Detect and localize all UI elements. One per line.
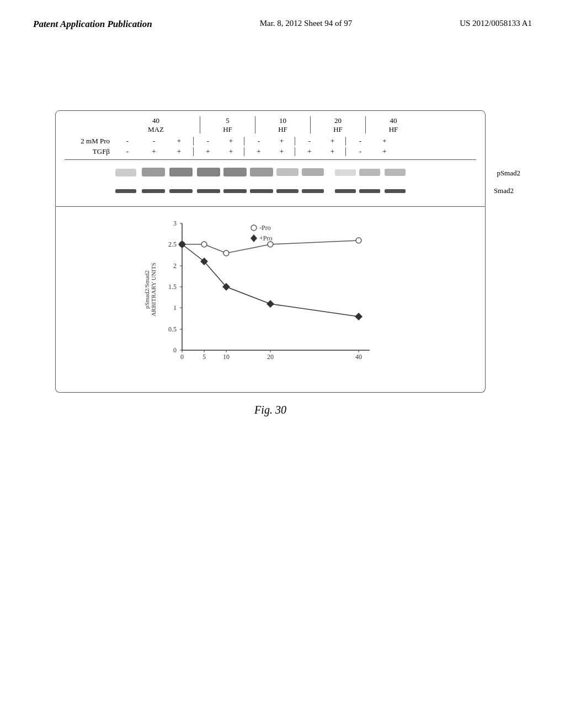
svg-rect-0 [115, 169, 136, 176]
pro-point-20 [266, 300, 274, 308]
western-blot-section: 40MAZ 5HF 10HF 20HF 40HF 2 mM Pro - - [55, 110, 486, 207]
pro-point-0 [178, 240, 186, 248]
svg-rect-12 [142, 189, 165, 193]
graph-section: 0 0.5 1 1.5 2 2.5 3 0 [55, 207, 486, 393]
nopro-point-20 [268, 242, 273, 247]
psmad2-band-row: pSmad2 [65, 165, 476, 181]
nopro-point-5 [201, 242, 207, 247]
chart-container: 0 0.5 1 1.5 2 2.5 3 0 [67, 218, 474, 383]
svg-rect-21 [385, 189, 406, 193]
svg-text:40: 40 [355, 353, 362, 361]
svg-rect-13 [169, 189, 193, 193]
svg-text:2: 2 [173, 262, 177, 270]
svg-text:0: 0 [173, 346, 177, 354]
svg-rect-19 [335, 189, 356, 193]
smad2-label: Smad2 [494, 186, 514, 195]
line-chart: 0 0.5 1 1.5 2 2.5 3 0 [138, 218, 403, 383]
legend-nopro-symbol [251, 225, 257, 231]
svg-rect-17 [276, 189, 299, 193]
svg-rect-5 [250, 168, 273, 176]
tgf-row: TGFβ - + + + + + + + + - + [65, 147, 476, 160]
pro-row: 2 mM Pro - - + - + - + - + - + [65, 137, 476, 146]
svg-rect-9 [359, 169, 380, 176]
svg-rect-15 [223, 189, 247, 193]
svg-text:0: 0 [180, 353, 184, 361]
svg-rect-14 [197, 189, 220, 193]
svg-text:ARBITRARY UNITS: ARBITRARY UNITS [150, 263, 157, 317]
svg-rect-16 [250, 189, 273, 193]
svg-rect-1 [142, 168, 165, 176]
svg-rect-20 [359, 189, 380, 193]
col-header-20hf: 20HF [333, 116, 343, 133]
svg-rect-4 [223, 168, 247, 176]
col-header-10hf: 10HF [278, 116, 287, 133]
smad2-bands-svg [114, 185, 434, 196]
svg-text:10: 10 [223, 353, 230, 361]
svg-rect-6 [276, 168, 299, 176]
svg-rect-3 [197, 168, 220, 176]
svg-rect-10 [385, 169, 406, 176]
figure-30: 40MAZ 5HF 10HF 20HF 40HF 2 mM Pro - - [55, 110, 486, 416]
svg-text:pSmad2/Smad2: pSmad2/Smad2 [143, 270, 150, 309]
svg-rect-11 [115, 189, 136, 193]
svg-rect-18 [302, 189, 324, 193]
svg-text:3: 3 [173, 220, 177, 227]
nopro-point-40 [356, 238, 361, 243]
svg-text:20: 20 [267, 353, 274, 361]
svg-rect-2 [169, 168, 193, 176]
tgf-label: TGFβ [65, 147, 114, 156]
col-header-maz: 40MAZ [148, 116, 164, 133]
nopro-point-10 [223, 250, 229, 256]
col-header-40hf: 40HF [389, 116, 398, 133]
col-header-5hf: 5HF [223, 116, 232, 133]
svg-rect-7 [302, 168, 324, 176]
psmad2-label: pSmad2 [497, 169, 520, 178]
svg-text:0.5: 0.5 [168, 325, 177, 333]
svg-text:2.5: 2.5 [168, 240, 177, 248]
psmad2-bands-svg [114, 165, 434, 181]
svg-text:1.5: 1.5 [168, 283, 177, 291]
page-header: Patent Application Publication Mar. 8, 2… [0, 0, 565, 31]
patent-number: US 2012/0058133 A1 [460, 18, 532, 29]
svg-text:1: 1 [173, 304, 177, 312]
smad2-band-row: Smad2 [65, 185, 476, 196]
pro-point-40 [355, 313, 363, 320]
publication-title: Patent Application Publication [33, 18, 152, 31]
svg-text:5: 5 [202, 353, 206, 361]
svg-rect-8 [335, 169, 356, 176]
pro-label: 2 mM Pro [65, 137, 114, 146]
sheet-info: Mar. 8, 2012 Sheet 94 of 97 [260, 18, 352, 29]
legend-pro-label: +Pro [259, 234, 272, 242]
legend-nopro-label: -Pro [259, 224, 271, 232]
figure-caption: Fig. 30 [55, 404, 486, 416]
legend-pro-symbol [250, 234, 257, 242]
